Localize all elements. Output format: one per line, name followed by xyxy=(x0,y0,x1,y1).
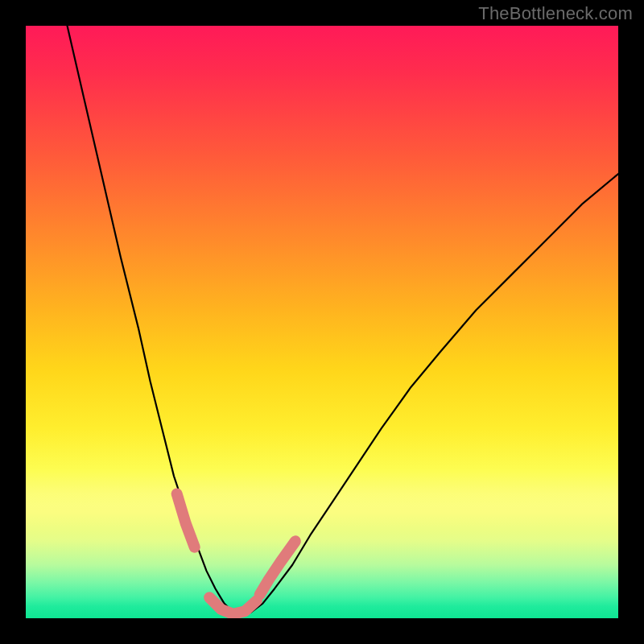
valley-floor-pink xyxy=(209,597,257,614)
watermark-text: TheBottleneck.com xyxy=(478,3,633,24)
plot-area xyxy=(26,26,618,618)
left-descent-pink xyxy=(177,493,195,547)
chart-frame: TheBottleneck.com xyxy=(0,0,644,644)
bottleneck-curve xyxy=(68,26,618,615)
curve-svg xyxy=(26,26,618,618)
